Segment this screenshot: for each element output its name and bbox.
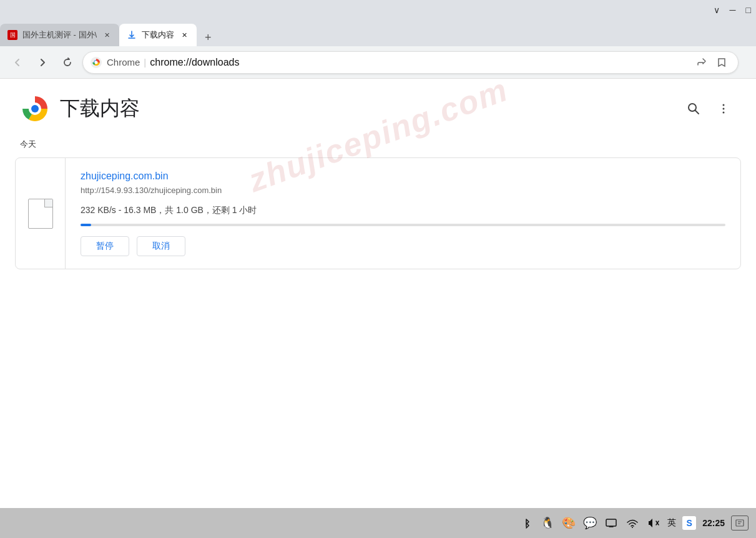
volume-mute-icon[interactable] xyxy=(646,516,661,531)
download-status: 232 KB/s - 16.3 MB，共 1.0 GB，还剩 1 小时 xyxy=(81,205,725,216)
download-info: zhujiceping.com.bin http://154.9.93.130/… xyxy=(66,158,740,269)
address-bar[interactable]: Chrome|chrome://downloads xyxy=(82,51,739,74)
taskbar: 🐧 🎨 💬 英 S 22:25 xyxy=(0,508,756,538)
today-section-label: 今天 xyxy=(0,134,756,157)
svg-line-7 xyxy=(695,111,699,114)
svg-point-13 xyxy=(632,527,633,528)
tab2-favicon xyxy=(127,30,137,40)
chevron-down-icon[interactable]: ∨ xyxy=(714,5,720,15)
pause-button[interactable]: 暂停 xyxy=(81,236,129,256)
svg-rect-16 xyxy=(736,520,744,526)
share-button[interactable] xyxy=(693,54,710,71)
progress-bar-fill xyxy=(81,224,91,226)
reload-button[interactable] xyxy=(57,52,77,72)
chrome-label: Chrome xyxy=(107,57,140,67)
tab2-title: 下载内容 xyxy=(142,29,174,41)
screen-icon[interactable] xyxy=(604,516,619,531)
input-method-icon[interactable]: S xyxy=(682,516,696,530)
address-separator: | xyxy=(144,57,146,67)
download-card: zhujiceping.com.bin http://154.9.93.130/… xyxy=(15,157,741,269)
tab1-close-button[interactable]: ✕ xyxy=(102,30,112,40)
nav-bar: Chrome|chrome://downloads xyxy=(0,46,756,79)
window-controls: ∨ ─ □ xyxy=(714,5,751,15)
taskbar-right: 🐧 🎨 💬 英 S 22:25 xyxy=(519,516,749,531)
new-tab-button[interactable]: + xyxy=(199,29,217,46)
tab1-favicon: 国 xyxy=(7,30,17,40)
notification-button[interactable] xyxy=(731,516,749,531)
tab1-title: 国外主机测评 - 国外\ xyxy=(22,29,97,41)
page-content: zhujiceping.com 下载内容 今天 zhujicep xyxy=(0,79,756,508)
svg-point-9 xyxy=(723,108,725,110)
chrome-logo xyxy=(20,94,50,124)
svg-point-5 xyxy=(31,105,39,112)
wechat-icon[interactable]: 💬 xyxy=(582,516,597,531)
more-options-button[interactable] xyxy=(711,96,736,121)
wifi-icon[interactable] xyxy=(625,516,640,531)
svg-point-10 xyxy=(723,112,725,114)
svg-point-2 xyxy=(95,61,98,64)
address-actions xyxy=(693,54,730,71)
download-filename[interactable]: zhujiceping.com.bin xyxy=(81,171,725,182)
search-button[interactable] xyxy=(681,96,706,121)
bookmark-button[interactable] xyxy=(713,54,730,71)
address-text: Chrome|chrome://downloads xyxy=(107,57,688,68)
color-palette-icon[interactable]: 🎨 xyxy=(561,516,576,531)
downloads-header: 下载内容 xyxy=(0,79,756,134)
back-button[interactable] xyxy=(7,52,27,72)
progress-bar-track xyxy=(81,224,725,226)
bluetooth-icon[interactable] xyxy=(519,516,534,531)
tab2-close-button[interactable]: ✕ xyxy=(179,30,189,40)
language-indicator[interactable]: 英 xyxy=(667,517,676,529)
tab-active[interactable]: 下载内容 ✕ xyxy=(119,24,197,46)
chrome-icon xyxy=(91,57,102,68)
page-title: 下载内容 xyxy=(60,95,140,122)
qq-icon[interactable]: 🐧 xyxy=(540,516,555,531)
system-clock: 22:25 xyxy=(702,518,725,528)
cancel-button[interactable]: 取消 xyxy=(137,236,185,256)
url-display: chrome://downloads xyxy=(150,57,239,67)
maximize-button[interactable]: □ xyxy=(746,5,751,15)
tab-inactive[interactable]: 国 国外主机测评 - 国外\ ✕ xyxy=(0,24,119,46)
svg-point-8 xyxy=(723,104,725,106)
file-icon-area xyxy=(16,158,66,269)
title-bar: ∨ ─ □ xyxy=(0,0,756,20)
svg-rect-11 xyxy=(606,519,616,526)
file-icon xyxy=(28,199,53,229)
download-actions: 暂停 取消 xyxy=(81,236,725,256)
download-url: http://154.9.93.130/zhujiceping.com.bin xyxy=(81,186,725,195)
minimize-button[interactable]: ─ xyxy=(730,5,736,15)
tab-bar: 国 国外主机测评 - 国外\ ✕ 下载内容 ✕ + xyxy=(0,20,756,46)
header-actions xyxy=(681,96,736,121)
forward-button[interactable] xyxy=(32,52,52,72)
